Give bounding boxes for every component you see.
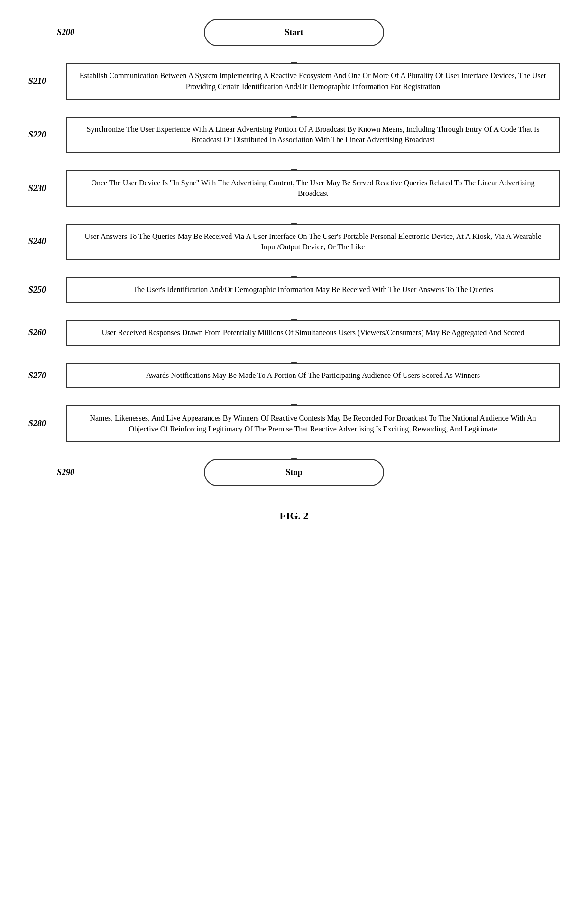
step-s210-row: S210 Establish Communication Between A S… (28, 63, 560, 100)
start-node: Start (204, 19, 384, 46)
step-s280-label: S280 (28, 419, 66, 429)
step-s220-label: S220 (28, 130, 66, 140)
diagram-container: S200 Start S210 Establish Communication … (0, 0, 588, 550)
step-s210-label: S210 (28, 76, 66, 86)
figure-caption: FIG. 2 (279, 510, 308, 522)
step-s230-row: S230 Once The User Device Is "In Sync" W… (28, 170, 560, 207)
step-s230-label: S230 (28, 183, 66, 193)
stop-section: S290 Stop (28, 459, 560, 486)
arrow-s220-line (294, 153, 294, 170)
arrow-s270 (28, 388, 560, 405)
arrow-s270-line (294, 388, 294, 405)
step-s240-box: User Answers To The Queries May Be Recei… (66, 224, 560, 260)
arrow-s260-line (294, 346, 294, 363)
step-s280-row: S280 Names, Likenesses, And Live Appeara… (28, 405, 560, 442)
step-s270-box: Awards Notifications May Be Made To A Po… (66, 363, 560, 388)
stop-node: Stop (204, 459, 384, 486)
start-label: S200 (57, 27, 74, 37)
arrow-s260 (28, 346, 560, 363)
arrow-s240 (28, 260, 560, 277)
step-s260-row: S260 User Received Responses Drawn From … (28, 320, 560, 346)
step-s240-label: S240 (28, 237, 66, 247)
step-s270-label: S270 (28, 371, 66, 381)
step-s210-box: Establish Communication Between A System… (66, 63, 560, 100)
step-s240-row: S240 User Answers To The Queries May Be … (28, 224, 560, 260)
arrow-s210-line (294, 100, 294, 117)
arrow-s220 (28, 153, 560, 170)
arrow-start (294, 46, 294, 63)
arrow-s250-line (294, 303, 294, 320)
step-s220-row: S220 Synchronize The User Experience Wit… (28, 117, 560, 153)
step-s230-box: Once The User Device Is "In Sync" With T… (66, 170, 560, 207)
start-section: S200 Start (28, 19, 560, 63)
step-s280-box: Names, Likenesses, And Live Appearances … (66, 405, 560, 442)
step-s250-row: S250 The User's Identification And/Or De… (28, 277, 560, 302)
stop-label: S290 (57, 467, 74, 477)
arrow-s250 (28, 303, 560, 320)
arrow-s240-line (294, 260, 294, 277)
arrow-s230 (28, 207, 560, 224)
step-s250-label: S250 (28, 285, 66, 295)
arrow-s210 (28, 100, 560, 117)
step-s250-box: The User's Identification And/Or Demogra… (66, 277, 560, 302)
step-s220-box: Synchronize The User Experience With A L… (66, 117, 560, 153)
arrow-s280-line (294, 442, 294, 459)
arrow-s230-line (294, 207, 294, 224)
step-s260-box: User Received Responses Drawn From Poten… (66, 320, 560, 346)
step-s260-label: S260 (28, 328, 66, 338)
step-s270-row: S270 Awards Notifications May Be Made To… (28, 363, 560, 388)
arrow-s280 (28, 442, 560, 459)
